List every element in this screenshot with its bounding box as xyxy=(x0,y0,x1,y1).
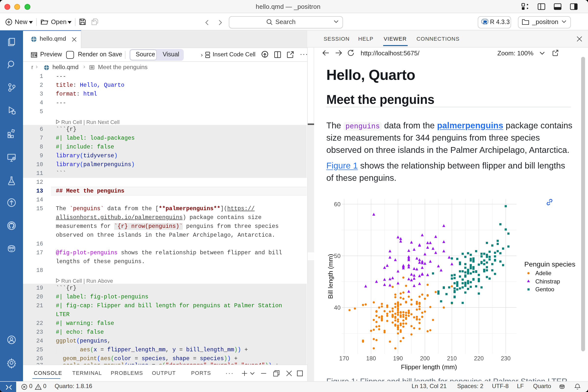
svg-text:Gentoo: Gentoo xyxy=(535,286,554,292)
svg-text:Chinstrap: Chinstrap xyxy=(535,278,560,285)
svg-text:50: 50 xyxy=(334,252,340,259)
svg-text:210: 210 xyxy=(447,355,457,362)
svg-text:230: 230 xyxy=(501,355,510,362)
svg-text:60: 60 xyxy=(334,201,340,208)
svg-text:Penguin species: Penguin species xyxy=(524,260,575,268)
svg-text:220: 220 xyxy=(474,355,484,362)
svg-text:190: 190 xyxy=(393,355,403,362)
svg-text:170: 170 xyxy=(339,355,349,362)
svg-text:40: 40 xyxy=(334,304,340,311)
svg-text:180: 180 xyxy=(366,355,376,362)
svg-text:Bill length (mm): Bill length (mm) xyxy=(327,254,334,299)
svg-text:Adelie: Adelie xyxy=(535,270,552,276)
svg-text:200: 200 xyxy=(420,355,430,362)
svg-text:Flipper length (mm): Flipper length (mm) xyxy=(401,363,457,371)
